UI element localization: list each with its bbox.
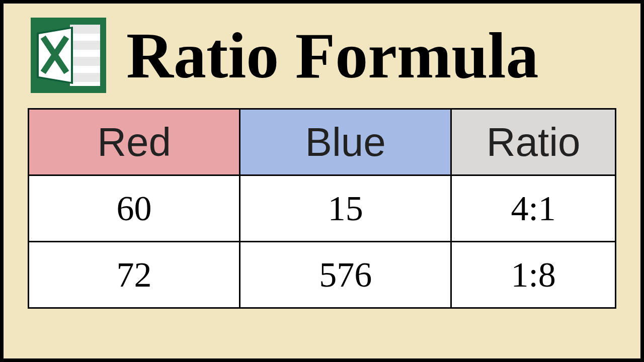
- svg-rect-3: [70, 41, 100, 50]
- cell-blue: 15: [240, 175, 451, 242]
- col-header-ratio: Ratio: [451, 109, 616, 175]
- cell-ratio: 4:1: [451, 175, 616, 242]
- ratio-table: Red Blue Ratio 60 15 4:1 72 576 1:8: [28, 108, 616, 309]
- page-title: Ratio Formula: [126, 23, 539, 88]
- cell-red: 72: [29, 242, 240, 308]
- cell-blue: 576: [240, 242, 451, 308]
- cell-ratio: 1:8: [451, 242, 616, 308]
- svg-rect-5: [70, 73, 100, 82]
- svg-rect-4: [70, 57, 100, 66]
- slide-card: Ratio Formula Red Blue Ratio 60 15 4:1: [2, 2, 642, 360]
- header: Ratio Formula: [28, 18, 616, 93]
- col-header-blue: Blue: [240, 109, 451, 175]
- svg-rect-2: [70, 25, 100, 34]
- table-header-row: Red Blue Ratio: [29, 109, 616, 175]
- table-row: 60 15 4:1: [29, 175, 616, 242]
- col-header-red: Red: [29, 109, 240, 175]
- excel-icon: [31, 18, 106, 93]
- cell-red: 60: [29, 175, 240, 242]
- table-row: 72 576 1:8: [29, 242, 616, 308]
